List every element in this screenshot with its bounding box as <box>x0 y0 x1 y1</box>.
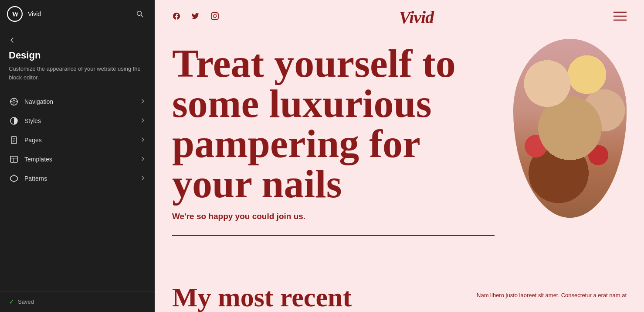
hero-image <box>513 39 627 218</box>
navigation-chevron-icon <box>140 98 146 106</box>
svg-rect-15 <box>10 156 17 162</box>
styles-label: Styles <box>24 117 135 124</box>
hero-text-block: Treat yourself to some luxurious pamperi… <box>172 39 505 277</box>
hero-section: Treat yourself to some luxurious pamperi… <box>155 34 644 286</box>
sidebar-item-templates[interactable]: Templates <box>0 150 155 169</box>
hamburger-menu-icon[interactable] <box>613 11 627 24</box>
svg-rect-18 <box>211 13 218 20</box>
search-button[interactable] <box>132 6 148 22</box>
svg-point-20 <box>217 14 217 15</box>
preview-area: Vivid Treat yourself to some luxurious p… <box>155 0 644 312</box>
svg-text:W: W <box>12 10 19 18</box>
patterns-label: Patterns <box>24 175 135 182</box>
back-button[interactable] <box>9 35 16 45</box>
sidebar: W Vivid Design Customize the appearance … <box>0 0 155 312</box>
svg-line-3 <box>141 15 143 17</box>
design-title: Design <box>9 50 146 61</box>
styles-icon <box>9 116 19 126</box>
hero-image-container <box>505 39 627 277</box>
pages-icon <box>9 135 19 145</box>
social-icons-group <box>172 12 219 23</box>
saved-label: Saved <box>18 298 34 305</box>
instagram-icon[interactable] <box>210 12 219 23</box>
sidebar-item-patterns[interactable]: Patterns <box>0 169 155 188</box>
design-section: Design Customize the appearance of your … <box>0 28 155 92</box>
twitter-icon[interactable] <box>191 12 200 23</box>
sidebar-header: W Vivid <box>0 0 155 28</box>
bottom-left-text: My most recent <box>172 286 352 311</box>
compass-icon <box>9 96 19 107</box>
patterns-chevron-icon <box>140 175 146 182</box>
sidebar-footer: ✓ Saved <box>0 291 155 312</box>
patterns-icon <box>9 173 19 184</box>
hero-main-title: Treat yourself to some luxurious pamperi… <box>172 43 505 204</box>
sidebar-item-styles[interactable]: Styles <box>0 111 155 130</box>
templates-icon <box>9 154 19 165</box>
hero-subtitle: We're so happy you could join us. <box>172 212 505 221</box>
nav-items: Navigation Styles <box>0 92 155 291</box>
preview-logo: Vivid <box>399 7 434 27</box>
hero-divider <box>172 235 495 236</box>
preview-topbar: Vivid <box>155 0 644 34</box>
saved-check-icon: ✓ <box>9 298 14 306</box>
styles-chevron-icon <box>140 117 146 125</box>
navigation-label: Navigation <box>24 98 135 105</box>
sidebar-item-navigation[interactable]: Navigation <box>0 92 155 111</box>
pages-label: Pages <box>24 137 135 144</box>
bottom-section: My most recent Nam libero justo laoreet … <box>155 286 644 312</box>
site-name-label: Vivid <box>28 10 41 17</box>
sidebar-item-pages[interactable]: Pages <box>0 130 155 150</box>
wp-logo[interactable]: W <box>7 6 23 22</box>
svg-point-5 <box>13 100 15 103</box>
pages-chevron-icon <box>140 137 146 144</box>
bottom-right-text: Nam libero justo laoreet sit amet. Conse… <box>352 286 627 300</box>
facebook-icon[interactable] <box>172 12 181 23</box>
templates-label: Templates <box>24 156 135 163</box>
svg-point-19 <box>214 15 217 18</box>
design-description: Customize the appearance of your website… <box>9 65 146 82</box>
templates-chevron-icon <box>140 156 146 163</box>
